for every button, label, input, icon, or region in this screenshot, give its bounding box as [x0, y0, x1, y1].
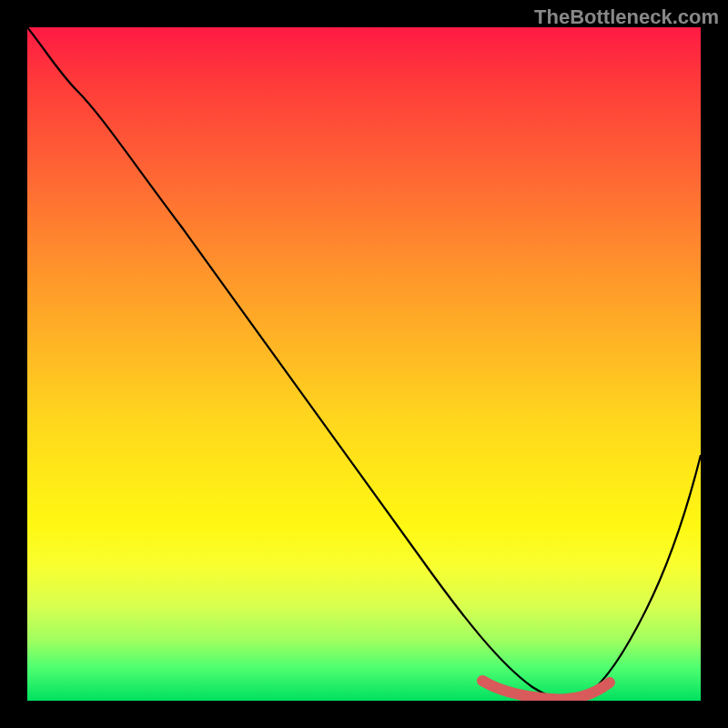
bottleneck-curve: [27, 27, 701, 700]
chart-frame: TheBottleneck.com: [0, 0, 728, 728]
watermark-text: TheBottleneck.com: [534, 5, 719, 29]
optimal-zone-marker: [482, 681, 610, 699]
chart-svg: [27, 27, 701, 701]
